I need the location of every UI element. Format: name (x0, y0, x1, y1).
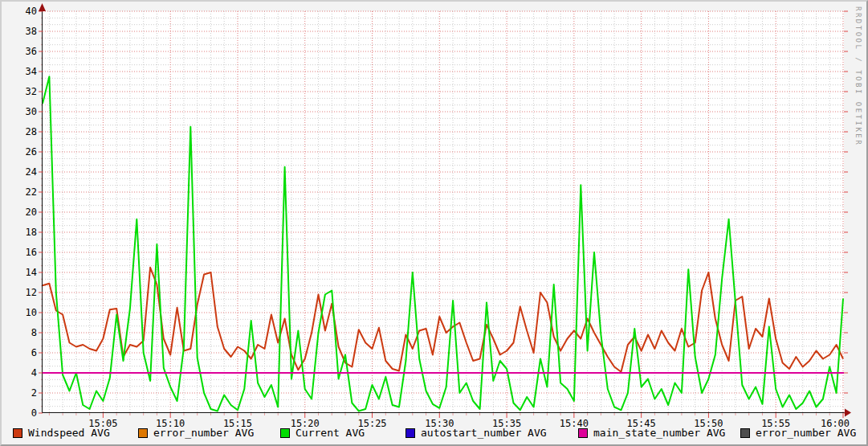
svg-text:28: 28 (26, 126, 37, 137)
error-number-2-swatch-icon (740, 428, 750, 438)
svg-text:38: 38 (26, 26, 37, 37)
svg-text:14: 14 (26, 267, 37, 278)
rrd-graph-canvas: 024681012141618202224262830323436384015:… (0, 0, 868, 446)
current-swatch-icon (280, 428, 290, 438)
legend-item-autostart-number: autostart_number AVG (405, 428, 547, 439)
legend-label: Windspeed AVG (28, 428, 110, 439)
legend-label: Current AVG (295, 428, 365, 439)
svg-text:26: 26 (26, 146, 37, 158)
legend-item-error-number: error_number AVG (138, 428, 254, 439)
svg-text:12: 12 (26, 287, 37, 298)
svg-text:18: 18 (26, 227, 37, 238)
main-state-number-swatch-icon (578, 428, 588, 438)
legend-label: main_state_number AVG (593, 428, 725, 439)
svg-text:34: 34 (26, 66, 37, 77)
svg-text:4: 4 (31, 367, 37, 378)
svg-text:6: 6 (31, 347, 37, 358)
legend-item-current: Current AVG (280, 428, 365, 439)
windspeed-swatch-icon (13, 428, 22, 438)
error-number-swatch-icon (138, 428, 148, 438)
svg-text:8: 8 (31, 327, 37, 338)
rrdtool-watermark: RRDTOOL / TOBI OETIKER (854, 6, 862, 146)
svg-text:30: 30 (26, 106, 37, 117)
legend-label: error_number AVG (153, 428, 254, 439)
legend-label: autostart_number AVG (421, 428, 547, 439)
svg-text:2: 2 (31, 387, 37, 399)
svg-text:0: 0 (31, 407, 37, 419)
legend-item-error-number-2: error_number AVG (740, 428, 856, 439)
rrd-graph: 024681012141618202224262830323436384015:… (0, 0, 868, 446)
svg-text:20: 20 (26, 207, 37, 218)
legend-label: error_number AVG (756, 428, 856, 439)
svg-text:40: 40 (26, 6, 37, 17)
svg-text:10: 10 (26, 307, 37, 318)
autostart-number-swatch-icon (405, 428, 415, 438)
legend-item-windspeed: Windspeed AVG (13, 428, 110, 439)
svg-text:22: 22 (26, 186, 37, 198)
svg-text:36: 36 (26, 46, 37, 57)
svg-text:16: 16 (26, 247, 37, 258)
legend-item-main-state-number: main_state_number AVG (578, 428, 725, 439)
svg-text:24: 24 (26, 166, 37, 178)
legend: Windspeed AVG error_number AVG Current A… (2, 426, 868, 442)
svg-text:32: 32 (26, 86, 37, 97)
